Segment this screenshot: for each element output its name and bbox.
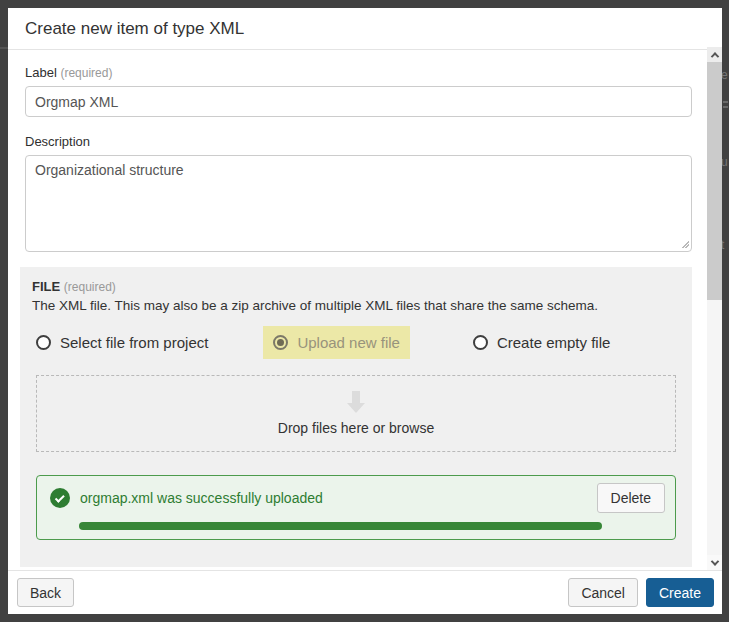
radio-select-file-from-project[interactable]: Select file from project — [36, 334, 208, 351]
description-field-label: Description — [25, 134, 692, 149]
dialog-title: Create new item of type XML — [8, 8, 722, 50]
backdrop-text-fragment: e — [721, 68, 729, 82]
create-item-dialog: Create new item of type XML Label (requi… — [8, 8, 722, 614]
label-input[interactable] — [25, 86, 692, 117]
chevron-down-icon — [710, 557, 718, 565]
scrollbar-track[interactable] — [707, 300, 722, 555]
file-dropzone[interactable]: Drop files here or browse — [36, 375, 676, 452]
upload-progress-fill — [79, 522, 602, 530]
back-button[interactable]: Back — [17, 578, 74, 607]
file-section: FILE (required) The XML file. This may a… — [20, 267, 692, 567]
create-button[interactable]: Create — [646, 578, 714, 607]
radio-upload-new-file[interactable]: Upload new file — [263, 326, 410, 359]
resize-grip-icon[interactable] — [681, 240, 689, 248]
download-arrow-icon — [347, 391, 365, 413]
backdrop-text-fragment: u — [721, 155, 729, 169]
dialog-footer: Back Cancel Create — [8, 570, 722, 614]
radio-create-empty-file[interactable]: Create empty file — [473, 334, 610, 351]
scroll-down-button[interactable] — [707, 555, 722, 570]
delete-upload-button[interactable]: Delete — [597, 483, 665, 513]
radio-unselected-icon[interactable] — [36, 335, 51, 350]
content-scrollbar[interactable] — [707, 47, 722, 570]
file-section-help-text: The XML file. This may also be a zip arc… — [32, 298, 676, 313]
description-textarea[interactable]: Organizational structure — [25, 155, 692, 252]
dropzone-text: Drop files here or browse — [278, 420, 434, 436]
dialog-body: Label (required) Description Organizatio… — [8, 50, 722, 570]
backdrop-mark — [723, 106, 728, 108]
scrollbar-thumb[interactable] — [707, 62, 722, 300]
check-circle-icon — [50, 488, 70, 508]
file-source-options: Select file from project Upload new file… — [36, 326, 676, 359]
file-section-heading: FILE (required) — [32, 279, 676, 294]
label-field-label: Label (required) — [25, 65, 692, 80]
radio-unselected-icon[interactable] — [473, 335, 488, 350]
scroll-up-button[interactable] — [707, 47, 722, 62]
upload-success-panel: orgmap.xml was successfully uploaded Del… — [36, 475, 676, 540]
backdrop-divider — [0, 47, 8, 49]
backdrop-mark — [723, 101, 728, 103]
upload-success-message: orgmap.xml was successfully uploaded — [80, 490, 597, 506]
radio-selected-icon[interactable] — [273, 335, 288, 350]
backdrop-text-fragment: t — [721, 238, 729, 252]
cancel-button[interactable]: Cancel — [568, 578, 638, 607]
chevron-up-icon — [710, 52, 718, 60]
